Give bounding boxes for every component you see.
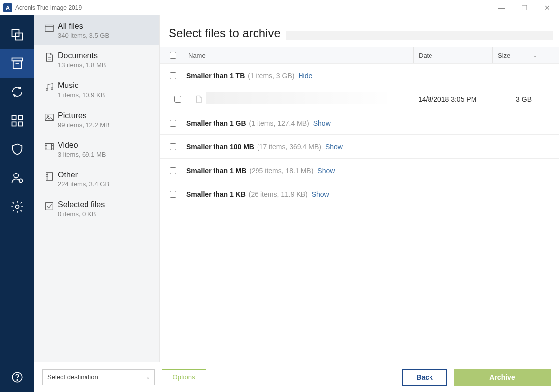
col-name[interactable]: Name [186, 52, 413, 59]
file-size: 3 GB [497, 95, 542, 103]
music-icon [44, 82, 55, 92]
picture-icon [44, 112, 55, 123]
group-checkbox[interactable] [170, 143, 176, 150]
rail-dashboard[interactable] [0, 106, 34, 135]
group-checkbox[interactable] [170, 72, 176, 79]
group-row: Smaller than 1 KB (26 items, 11.9 KB) Sh… [160, 182, 559, 206]
group-row: Smaller than 1 MB (295 items, 18.1 MB) S… [160, 159, 559, 182]
cat-sub: 99 items, 12.2 MB [58, 121, 152, 129]
group-row: Smaller than 1 TB (1 items, 3 GB) Hide [160, 64, 559, 87]
back-button[interactable]: Back [402, 369, 447, 386]
svg-point-9 [14, 174, 18, 178]
rail-backup[interactable] [0, 20, 34, 49]
document-icon [44, 52, 55, 63]
file-date: 14/8/2018 3:05 PM [418, 95, 497, 103]
archive-button[interactable]: Archive [454, 369, 551, 386]
backup-icon [10, 28, 24, 42]
file-icon [194, 94, 203, 105]
cat-sub: 340 items, 3.5 GB [58, 32, 152, 39]
cat-music[interactable]: Music 1 items, 10.9 KB [34, 75, 159, 104]
cat-sub: 224 items, 3.4 GB [58, 180, 152, 188]
group-title: Smaller than 1 GB [186, 119, 246, 127]
titlebar: A Acronis True Image 2019 — ☐ ✕ [0, 0, 559, 15]
group-meta: (1 items, 3 GB) [248, 72, 294, 80]
cat-title: Selected files [58, 200, 152, 209]
account-icon [10, 171, 24, 185]
group-checkbox[interactable] [170, 191, 176, 198]
destination-placeholder: Select destination [47, 373, 98, 381]
cat-video[interactable]: Video 3 items, 69.1 MB [34, 134, 159, 164]
rail-protection[interactable] [0, 135, 34, 164]
cat-pictures[interactable]: Pictures 99 items, 12.2 MB [34, 105, 159, 134]
group-meta: (26 items, 11.9 KB) [249, 190, 308, 198]
nav-rail [0, 15, 34, 362]
shield-icon [10, 142, 24, 156]
rail-sync[interactable] [0, 78, 34, 106]
help-icon [11, 371, 24, 384]
minimize-button[interactable]: — [490, 0, 513, 15]
group-checkbox[interactable] [170, 167, 176, 174]
footer: Select destination ⌄ Options Back Archiv… [0, 362, 559, 392]
group-title: Smaller than 1 TB [186, 72, 245, 80]
cat-title: Video [58, 140, 152, 150]
file-checkbox[interactable] [174, 96, 181, 103]
svg-rect-7 [12, 122, 16, 126]
cat-title: Music [58, 81, 152, 90]
cat-all-files[interactable]: All files 340 items, 3.5 GB [34, 15, 159, 45]
group-title: Smaller than 1 MB [186, 167, 246, 174]
heading-row: Select files to archive [160, 15, 559, 47]
rail-help[interactable] [0, 362, 34, 392]
close-button[interactable]: ✕ [536, 0, 559, 15]
cat-title: All files [58, 21, 152, 31]
category-panel: All files 340 items, 3.5 GB Documents 13… [34, 15, 160, 362]
cat-sub: 0 items, 0 KB [58, 210, 152, 218]
group-meta: (295 items, 18.1 MB) [249, 167, 313, 174]
table-header: Name Date Size ⌄ [160, 47, 559, 64]
options-button[interactable]: Options [162, 369, 206, 385]
group-toggle[interactable]: Show [312, 190, 329, 198]
group-checkbox[interactable] [170, 120, 176, 127]
rail-account[interactable] [0, 164, 34, 192]
file-list: Smaller than 1 TB (1 items, 3 GB) Hide 1… [160, 64, 559, 362]
sync-icon [10, 85, 24, 99]
cat-title: Other [58, 170, 152, 179]
group-title: Smaller than 1 KB [186, 190, 246, 198]
rail-settings[interactable] [0, 192, 34, 221]
gear-icon [10, 200, 24, 214]
group-toggle[interactable]: Show [325, 143, 343, 151]
group-meta: (17 items, 369.4 MB) [257, 143, 321, 151]
group-meta: (1 items, 127.4 MB) [249, 119, 309, 127]
file-row[interactable]: 14/8/2018 3:05 PM 3 GB [160, 87, 559, 111]
col-size[interactable]: Size ⌄ [492, 47, 542, 63]
window-title: Acronis True Image 2019 [15, 4, 82, 11]
group-row: Smaller than 1 GB (1 items, 127.4 MB) Sh… [160, 111, 559, 135]
dashboard-icon [10, 114, 24, 128]
cat-sub: 13 items, 1.8 MB [58, 61, 152, 69]
svg-rect-8 [18, 122, 22, 126]
group-row: Smaller than 100 MB (17 items, 369.4 MB)… [160, 135, 559, 159]
cat-other[interactable]: Other 224 items, 3.4 GB [34, 164, 159, 194]
chevron-down-icon: ⌄ [533, 53, 537, 58]
group-toggle[interactable]: Show [313, 119, 331, 127]
cat-selected[interactable]: Selected files 0 items, 0 KB [34, 194, 159, 223]
svg-point-18 [47, 115, 49, 117]
svg-rect-5 [12, 116, 16, 120]
heading-redaction [286, 31, 553, 40]
col-date[interactable]: Date [413, 47, 492, 63]
destination-select[interactable]: Select destination ⌄ [42, 369, 155, 385]
select-all-checkbox[interactable] [170, 52, 176, 59]
svg-rect-31 [46, 203, 53, 210]
cat-title: Pictures [58, 111, 152, 120]
group-toggle[interactable]: Hide [298, 72, 312, 80]
maximize-button[interactable]: ☐ [513, 0, 536, 15]
cat-sub: 3 items, 69.1 MB [58, 151, 152, 158]
svg-point-33 [17, 379, 18, 380]
svg-point-15 [46, 89, 48, 91]
cat-documents[interactable]: Documents 13 items, 1.8 MB [34, 45, 159, 75]
svg-rect-3 [13, 61, 21, 68]
svg-rect-12 [45, 25, 54, 32]
group-toggle[interactable]: Show [317, 167, 335, 174]
rail-archive[interactable] [0, 49, 34, 78]
content-area: Select files to archive Name Date Size ⌄… [160, 15, 559, 362]
chevron-down-icon: ⌄ [146, 374, 150, 380]
